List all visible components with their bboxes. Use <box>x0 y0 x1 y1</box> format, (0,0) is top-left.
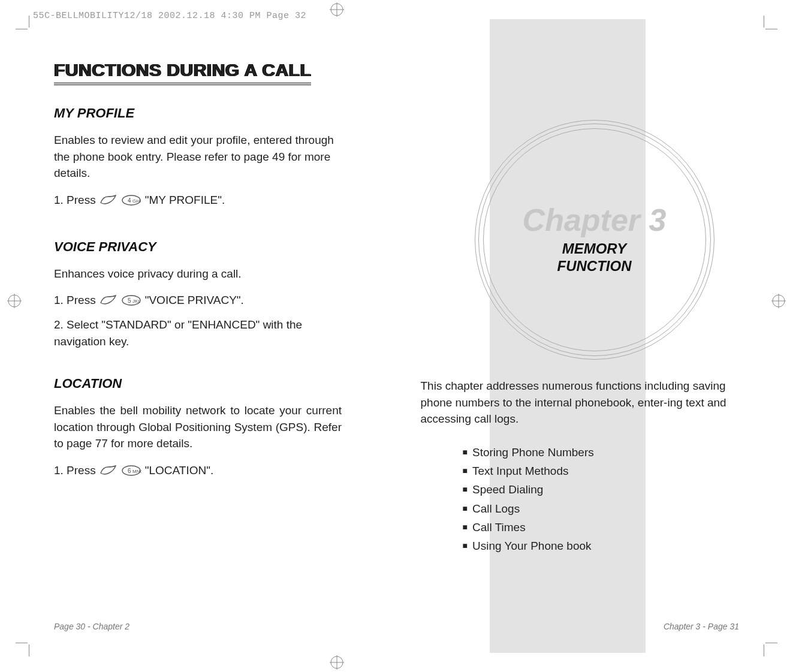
section-body: Enables to review and edit your profile,… <box>54 132 342 182</box>
step: 1. Press 6MNO "LOCATION". <box>54 464 373 477</box>
softkey-icon <box>99 294 117 306</box>
section-heading: MY PROFILE <box>54 106 373 121</box>
svg-text:4: 4 <box>128 197 131 204</box>
softkey-icon <box>99 194 117 206</box>
section-body: Enhances voice privacy during a call. <box>54 266 342 282</box>
left-page: FUNCTIONS DURING A CALL MY PROFILE Enabl… <box>30 30 397 642</box>
svg-text:5: 5 <box>128 297 131 304</box>
step: 1. Press 4GHI "MY PROFILE". <box>54 194 373 207</box>
section-body: Enables the bell mobility network to loc… <box>54 402 342 452</box>
svg-text:6: 6 <box>128 468 131 474</box>
section-heading: VOICE PRIVACY <box>54 239 373 255</box>
chapter-description: This chapter addresses numerous function… <box>421 378 740 427</box>
svg-text:MNO: MNO <box>132 469 141 474</box>
page-title: FUNCTIONS DURING A CALL <box>54 60 311 85</box>
right-page: Chapter 3 MEMORY FUNCTION This chapter a… <box>397 30 764 642</box>
step: 2. Select "STANDARD" or "ENHANCED" with … <box>54 317 342 349</box>
chapter-bullets: Storing Phone Numbers Text Input Methods… <box>463 443 740 556</box>
chapter-header: Chapter 3 MEMORY FUNCTION <box>475 120 714 360</box>
key-5-icon: 5JKL <box>121 294 141 306</box>
step-prefix: 1. Press <box>54 194 96 207</box>
list-item: Storing Phone Numbers <box>463 443 740 462</box>
svg-text:JKL: JKL <box>132 299 141 304</box>
list-item: Call Logs <box>463 499 740 518</box>
registration-mark-left <box>7 294 22 308</box>
right-footer: Chapter 3 - Page 31 <box>664 622 739 631</box>
page-spread: FUNCTIONS DURING A CALL MY PROFILE Enabl… <box>30 30 763 642</box>
svg-text:GHI: GHI <box>132 198 141 204</box>
section-heading: LOCATION <box>54 376 373 391</box>
registration-mark-bottom <box>330 655 344 670</box>
step: 1. Press 5JKL "VOICE PRIVACY". <box>54 294 373 307</box>
list-item: Using Your Phone book <box>463 537 740 555</box>
list-item: Speed Dialing <box>463 480 740 499</box>
left-footer: Page 30 - Chapter 2 <box>54 622 129 631</box>
chapter-subtitle-line1: MEMORY <box>557 240 632 258</box>
chapter-title: Chapter 3 <box>523 204 667 236</box>
step-prefix: 1. Press <box>54 464 96 477</box>
key-4-icon: 4GHI <box>121 194 141 206</box>
list-item: Text Input Methods <box>463 462 740 480</box>
chapter-subtitle-line2: FUNCTION <box>557 258 632 275</box>
registration-mark-right <box>771 294 786 308</box>
chapter-rings: Chapter 3 MEMORY FUNCTION <box>475 120 714 360</box>
step-prefix: 1. Press <box>54 294 96 307</box>
step-suffix: "MY PROFILE". <box>145 194 225 207</box>
softkey-icon <box>99 465 117 477</box>
key-6-icon: 6MNO <box>121 465 141 477</box>
step-suffix: "LOCATION". <box>145 464 213 477</box>
registration-mark-top <box>330 2 344 17</box>
print-header: 55C-BELLMOBILITY12/18 2002.12.18 4:30 PM… <box>33 11 306 21</box>
step-suffix: "VOICE PRIVACY". <box>145 294 244 307</box>
list-item: Call Times <box>463 518 740 537</box>
